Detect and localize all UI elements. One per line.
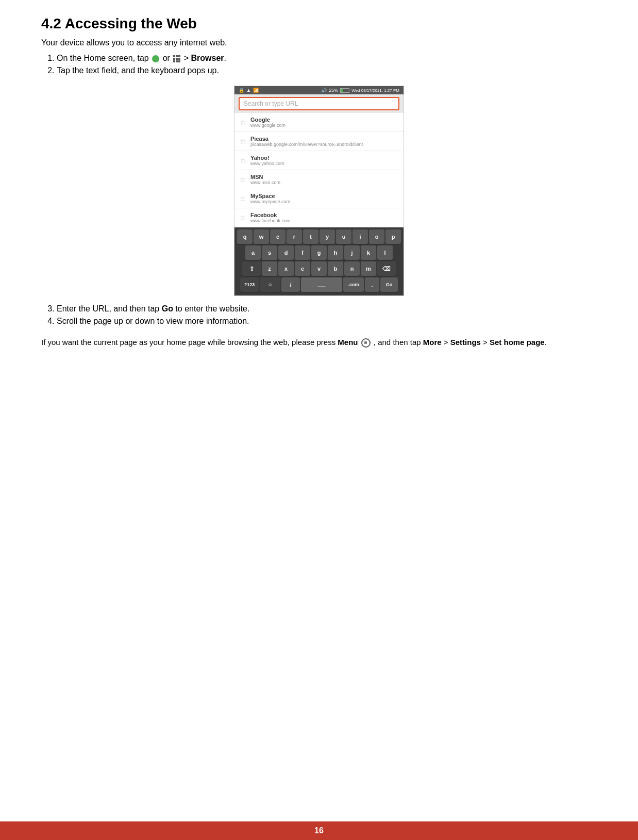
page-title: 4.2 Accessing the Web (41, 15, 597, 32)
key-q[interactable]: q (237, 229, 253, 244)
key-numbers[interactable]: ?123 (240, 277, 259, 292)
key-dotcom[interactable]: .com (343, 277, 364, 292)
bookmark-url-myspace: www.myspace.com (250, 199, 290, 204)
bookmark-url-facebook: www.facebook.com (250, 218, 291, 223)
wifi-icon: 📶 (253, 88, 259, 93)
key-j[interactable]: j (344, 245, 360, 260)
footer-paragraph: If you want the current page as your hom… (41, 336, 597, 349)
steps-after-list: Enter the URL, and then tap Go to enter … (57, 304, 597, 326)
star-icon-facebook: ☆ (240, 213, 246, 222)
keyboard: q w e r t y u i o p a s d f g h j k (234, 227, 404, 295)
page-footer: 16 (0, 821, 638, 840)
url-placeholder: Search or type URL (244, 100, 298, 107)
step-3: Enter the URL, and then tap Go to enter … (57, 304, 597, 314)
menu-label: Menu (338, 338, 358, 347)
key-g[interactable]: g (311, 245, 327, 260)
step-2-text: Tap the text field, and the keyboard pop… (57, 66, 219, 75)
bookmark-url-google: www.google.com (250, 123, 286, 128)
bookmark-yahoo[interactable]: ☆ Yahoo! www.yahoo.com (234, 151, 404, 170)
status-right-info: 🔊 25% Wed 08/17/2011, 1:27 PM (321, 88, 399, 93)
key-o[interactable]: o (369, 229, 384, 244)
settings-label: Settings (450, 338, 481, 347)
set-home-page-label: Set home page (490, 338, 545, 347)
phone-screenshot: 🔒 ▲ 📶 🔊 25% Wed 08/17/2011, 1:27 PM Sear… (234, 86, 404, 296)
key-w[interactable]: w (254, 229, 269, 244)
key-l[interactable]: l (377, 245, 393, 260)
battery-icon (340, 88, 349, 93)
key-i[interactable]: i (352, 229, 368, 244)
step-2: Tap the text field, and the keyboard pop… (57, 66, 597, 75)
steps-before-list: On the Home screen, tap or > Browser. Ta… (57, 54, 597, 75)
key-z[interactable]: z (262, 261, 277, 276)
bookmark-myspace[interactable]: ☆ MySpace www.myspace.com (234, 189, 404, 208)
bookmark-name-facebook: Facebook (250, 212, 291, 218)
keyboard-row-1: q w e r t y u i o p (236, 229, 402, 244)
lock-icon: 🔒 (239, 88, 244, 93)
key-x[interactable]: x (278, 261, 294, 276)
key-go[interactable]: Go (380, 277, 398, 292)
key-k[interactable]: k (361, 245, 376, 260)
bookmark-google[interactable]: ☆ Google www.google.com (234, 113, 404, 132)
step-4-text: Scroll the page up or down to view more … (57, 317, 249, 325)
key-t[interactable]: t (303, 229, 318, 244)
bookmark-url-msn: www.msn.com (250, 180, 280, 185)
signal-icon: ▲ (246, 88, 251, 93)
key-m[interactable]: m (361, 261, 376, 276)
bookmark-picasa[interactable]: ☆ Picasa picasaweb.google.com/m/viewer?s… (234, 132, 404, 151)
star-icon-google: ☆ (240, 118, 246, 126)
bookmarks-list: ☆ Google www.google.com ☆ Picasa picasaw… (234, 113, 404, 227)
status-left-icons: 🔒 ▲ 📶 (239, 88, 259, 93)
step-4: Scroll the page up or down to view more … (57, 317, 597, 326)
key-space[interactable]: ___ (301, 277, 342, 292)
key-v[interactable]: v (311, 261, 327, 276)
bookmark-name-picasa: Picasa (250, 136, 363, 142)
key-shift[interactable]: ⇧ (242, 261, 261, 276)
key-e[interactable]: e (270, 229, 286, 244)
menu-icon: ≡ (361, 338, 371, 348)
bookmark-name-yahoo: Yahoo! (250, 155, 284, 161)
key-s[interactable]: s (262, 245, 277, 260)
more-label: More (423, 338, 442, 347)
keyboard-row-2: a s d f g h j k l (236, 245, 402, 260)
bookmark-text-facebook: Facebook www.facebook.com (250, 212, 291, 223)
key-b[interactable]: b (328, 261, 343, 276)
star-icon-myspace: ☆ (240, 194, 246, 203)
key-p[interactable]: p (385, 229, 401, 244)
key-backspace[interactable]: ⌫ (377, 261, 396, 276)
bookmark-url-yahoo: www.yahoo.com (250, 161, 284, 166)
key-dot[interactable]: . (365, 277, 379, 292)
key-h[interactable]: h (328, 245, 343, 260)
keyboard-row-3: ⇧ z x c v b n m ⌫ (236, 261, 402, 276)
bookmark-text-msn: MSN www.msn.com (250, 174, 280, 185)
step-1: On the Home screen, tap or > Browser. (57, 54, 597, 63)
key-y[interactable]: y (320, 229, 335, 244)
bookmark-text-google: Google www.google.com (250, 117, 286, 128)
key-u[interactable]: u (336, 229, 351, 244)
key-n[interactable]: n (344, 261, 360, 276)
key-r[interactable]: r (287, 229, 302, 244)
intro-paragraph: Your device allows you to access any int… (41, 38, 597, 47)
bookmark-text-picasa: Picasa picasaweb.google.com/m/viewer?sou… (250, 136, 363, 147)
bookmark-name-myspace: MySpace (250, 193, 290, 199)
volume-icon: 🔊 (321, 88, 327, 93)
key-f[interactable]: f (295, 245, 310, 260)
bookmark-facebook[interactable]: ☆ Facebook www.facebook.com (234, 208, 404, 227)
key-a[interactable]: a (245, 245, 261, 260)
battery-percent: 25% (329, 88, 338, 93)
star-icon-msn: ☆ (240, 175, 246, 184)
key-c[interactable]: c (295, 261, 310, 276)
bookmark-text-myspace: MySpace www.myspace.com (250, 193, 290, 204)
url-bar[interactable]: Search or type URL (239, 97, 399, 110)
key-smiley[interactable]: ☺ (260, 277, 280, 292)
bookmark-name-google: Google (250, 117, 286, 123)
bookmark-text-yahoo: Yahoo! www.yahoo.com (250, 155, 284, 166)
page-content: 4.2 Accessing the Web Your device allows… (0, 0, 638, 390)
bookmark-msn[interactable]: ☆ MSN www.msn.com (234, 170, 404, 189)
key-slash[interactable]: / (281, 277, 300, 292)
keyboard-row-4: ?123 ☺ / ___ .com . Go (236, 277, 402, 292)
star-icon-yahoo: ☆ (240, 156, 246, 164)
home-icon (152, 55, 159, 62)
page-number: 16 (314, 826, 324, 835)
key-d[interactable]: d (278, 245, 294, 260)
url-bar-container: Search or type URL (234, 94, 404, 113)
